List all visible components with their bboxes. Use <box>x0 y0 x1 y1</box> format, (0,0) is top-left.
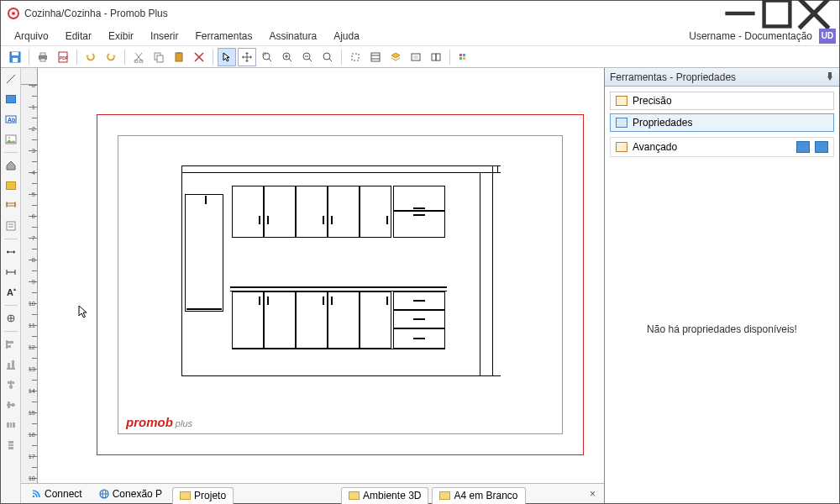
lt-dimv-icon[interactable] <box>3 265 18 280</box>
svg-point-24 <box>263 53 270 60</box>
prop-empty-msg: Não há propriedades disponíveis! <box>610 160 834 498</box>
svg-rect-75 <box>9 386 13 388</box>
panel-tab-precisao[interactable]: Precisão <box>610 92 834 110</box>
menu-exibir[interactable]: Exibir <box>100 28 142 45</box>
tab-conexaop[interactable]: Conexão P <box>92 486 169 502</box>
lt-indicator-icon[interactable] <box>3 311 18 326</box>
lt-rect-icon[interactable] <box>3 92 18 107</box>
svg-point-85 <box>33 495 34 496</box>
bottom-tabs: Connect Conexão P Projeto Ambiente 3D <box>21 483 604 503</box>
zoom-in-icon[interactable] <box>278 48 297 66</box>
tab-conexaop-label: Conexão P <box>113 488 162 500</box>
ud-badge[interactable]: UD <box>819 29 836 44</box>
brand-suffix: plus <box>176 418 192 428</box>
toolbar: PDF <box>1 46 839 68</box>
redo-icon[interactable] <box>102 48 120 66</box>
svg-rect-69 <box>8 345 11 348</box>
zoom-out-icon[interactable] <box>298 48 317 66</box>
right-panel: Ferramentas - Propriedades Precisão Prop… <box>604 68 839 503</box>
tab-connect[interactable]: Connect <box>24 486 89 502</box>
lt-align4-icon[interactable] <box>3 397 18 412</box>
svg-rect-43 <box>436 54 440 60</box>
svg-rect-80 <box>10 423 12 428</box>
cursor-icon <box>78 305 90 320</box>
titlebar: Cozinha/Cozinha - Promob Plus <box>1 1 839 26</box>
maximize-button[interactable] <box>759 2 795 25</box>
view2-icon[interactable] <box>427 48 445 66</box>
svg-rect-42 <box>432 54 436 60</box>
lt-align1-icon[interactable] <box>3 337 18 352</box>
tab-projeto-label: Projeto <box>194 490 226 501</box>
lt-dimh-icon[interactable] <box>3 244 18 260</box>
layer-icon[interactable] <box>386 48 405 66</box>
menu-assinatura[interactable]: Assinatura <box>260 28 325 45</box>
svg-rect-79 <box>7 423 9 428</box>
crop1-icon[interactable] <box>346 48 365 66</box>
page-border: promobplus <box>97 114 584 455</box>
globe-icon <box>99 489 109 499</box>
crop2-icon[interactable] <box>366 48 385 66</box>
propriedades-icon <box>616 118 627 128</box>
lt-textbox-icon[interactable]: Ab <box>3 112 18 127</box>
lt-align3-icon[interactable] <box>3 377 18 392</box>
menu-inserir[interactable]: Inserir <box>142 28 186 45</box>
print-icon[interactable] <box>34 48 52 66</box>
svg-rect-68 <box>8 341 13 344</box>
copy-icon[interactable] <box>150 48 168 66</box>
panel-header: Ferramentas - Propriedades <box>605 68 839 87</box>
canvas-column: 0123456789101112131415161718192021222324… <box>21 68 604 503</box>
svg-rect-84 <box>8 447 13 449</box>
pointer-icon[interactable] <box>218 48 236 66</box>
svg-rect-36 <box>352 54 359 60</box>
lt-text-icon[interactable]: A <box>3 285 18 300</box>
tab-ambiente3d[interactable]: Ambiente 3D <box>341 487 428 504</box>
lt-align2-icon[interactable] <box>3 357 18 372</box>
lt-image-icon[interactable] <box>3 132 18 147</box>
canvas[interactable]: promobplus <box>38 85 604 483</box>
menu-ferramentas[interactable]: Ferramentas <box>186 28 260 45</box>
view-list-icon[interactable] <box>796 141 810 153</box>
svg-rect-56 <box>7 222 15 230</box>
svg-point-52 <box>8 137 9 139</box>
pan-icon[interactable] <box>238 48 256 66</box>
svg-line-25 <box>269 59 271 61</box>
panel-tab-propriedades[interactable]: Propriedades <box>610 113 834 132</box>
delete-icon[interactable] <box>190 48 208 66</box>
menu-arquivo[interactable]: Arquivo <box>6 28 57 45</box>
zoom-window-icon[interactable] <box>258 48 276 66</box>
cut-icon[interactable] <box>129 48 148 66</box>
svg-rect-18 <box>176 53 182 61</box>
save-icon[interactable] <box>6 48 24 66</box>
pdf-icon[interactable]: PDF <box>54 48 72 66</box>
ruler-vertical: 0123456789101112131415161718192021 <box>21 85 38 483</box>
lt-module-icon[interactable] <box>3 178 18 193</box>
close-button[interactable] <box>795 2 832 25</box>
lt-note-icon[interactable] <box>3 218 18 234</box>
svg-rect-45 <box>463 54 465 56</box>
svg-rect-81 <box>13 423 15 428</box>
lt-dim-icon[interactable] <box>3 198 18 213</box>
panel-title: Ferramentas - Propriedades <box>610 71 736 83</box>
svg-rect-72 <box>12 360 14 368</box>
svg-point-34 <box>323 53 330 60</box>
lt-distribute2-icon[interactable] <box>3 438 18 453</box>
lt-distribute1-icon[interactable] <box>3 417 18 433</box>
view-icon[interactable] <box>407 48 425 66</box>
lt-line-icon[interactable] <box>3 71 18 87</box>
tab-a4branco-label: A4 em Branco <box>454 490 517 501</box>
view-grid-icon[interactable] <box>815 141 828 153</box>
tab-a4branco[interactable]: A4 em Branco <box>432 487 525 504</box>
palette-icon[interactable] <box>454 48 473 66</box>
avancado-label[interactable]: Avançado <box>633 141 677 153</box>
pin-icon[interactable] <box>826 71 834 83</box>
lt-home-icon[interactable] <box>3 158 18 173</box>
undo-icon[interactable] <box>81 48 100 66</box>
svg-rect-46 <box>459 57 462 60</box>
paste-icon[interactable] <box>170 48 188 66</box>
menu-editar[interactable]: Editar <box>57 28 100 45</box>
zoom-fit-icon[interactable] <box>318 48 337 66</box>
minimize-button[interactable] <box>722 2 759 25</box>
menu-ajuda[interactable]: Ajuda <box>325 28 368 45</box>
tab-projeto[interactable]: Projeto <box>172 487 234 504</box>
tab-close-icon[interactable]: × <box>590 488 604 500</box>
